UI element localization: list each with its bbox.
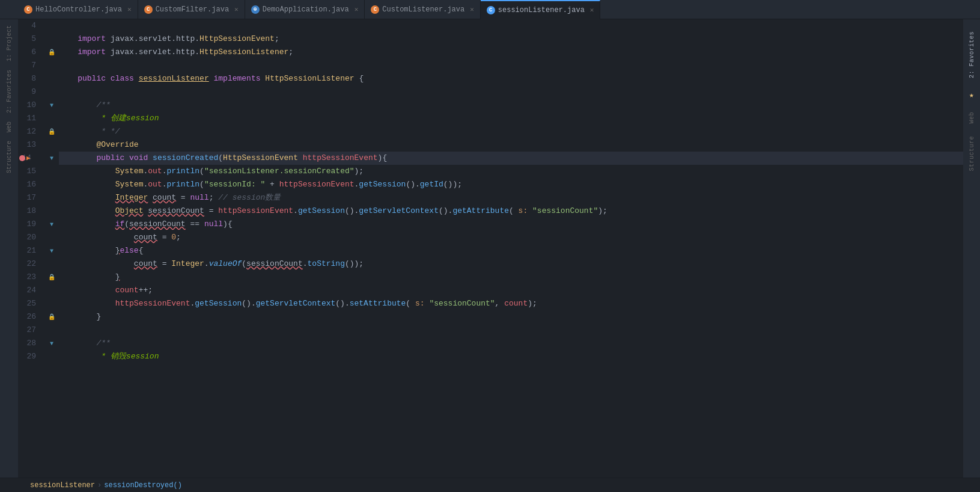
- right-sidebar: 2: Favorites ★ Web Structure: [963, 19, 980, 478]
- line-19: 19: [18, 218, 41, 231]
- line-23: 23: [18, 271, 41, 284]
- code-line-8: public class sessionListener implements …: [59, 72, 963, 85]
- fold-20: [47, 231, 56, 244]
- code-line-24: count++;: [59, 284, 963, 297]
- line-26: 26: [18, 310, 41, 324]
- tab-listener[interactable]: C CustomListener.java ✕: [365, 0, 480, 19]
- line-6: 6: [18, 46, 41, 59]
- fold-10[interactable]: ▼: [47, 99, 56, 112]
- fold-11: [47, 112, 56, 125]
- fold-17: [47, 191, 56, 204]
- breadcrumb-class[interactable]: sessionListener: [30, 481, 95, 490]
- fold-12[interactable]: 🔒: [47, 125, 56, 138]
- fold-25: [47, 297, 56, 310]
- line-27: 27: [18, 324, 41, 337]
- line-9: 9: [18, 85, 41, 99]
- fold-9: [47, 85, 56, 99]
- fold-18: [47, 204, 56, 218]
- fold-5: [47, 32, 56, 46]
- line-11: 11: [18, 112, 41, 125]
- sidebar-structure[interactable]: Structure: [5, 137, 14, 177]
- line-18: 18: [18, 204, 41, 218]
- code-line-19: if(sessionCount == null){: [59, 218, 963, 231]
- code-line-12: * */: [59, 125, 963, 138]
- code-line-4: [59, 19, 963, 32]
- code-line-21: }else{: [59, 244, 963, 257]
- tab-close-session[interactable]: ✕: [590, 6, 594, 14]
- tab-filter[interactable]: C CustomFilter.java ✕: [138, 0, 245, 19]
- right-label-favorites[interactable]: 2: Favorites: [969, 31, 975, 78]
- line-16: 16: [18, 178, 41, 191]
- tab-icon-session: C: [487, 6, 495, 14]
- line-numbers: 4 5 6 7 8 9 10 11 12 13 ▶ 14 15 16 17 18…: [18, 19, 47, 478]
- breadcrumb-method[interactable]: sessionDestroyed(): [104, 481, 182, 490]
- tab-session[interactable]: C sessionListener.java ✕: [481, 0, 601, 19]
- arrow-icon-14: ▶: [26, 152, 31, 165]
- fold-24: [47, 284, 56, 297]
- tab-demo[interactable]: ⊕ DemoApplication.java ✕: [245, 0, 365, 19]
- line-21: 21: [18, 244, 41, 257]
- code-line-20: count = 0;: [59, 231, 963, 244]
- fold-23[interactable]: 🔒: [47, 271, 56, 284]
- fold-13: [47, 138, 56, 152]
- line-10: 10: [18, 99, 41, 112]
- sidebar-web[interactable]: Web: [5, 118, 14, 136]
- fold-19[interactable]: ▼: [47, 218, 56, 231]
- code-line-5: import javax.servlet.http.HttpSessionEve…: [59, 32, 963, 46]
- sidebar-project[interactable]: 1: Project: [5, 22, 14, 65]
- code-line-27: [59, 324, 963, 337]
- fold-6[interactable]: 🔒: [47, 46, 56, 59]
- code-line-6: import javax.servlet.http.HttpSessionLis…: [59, 46, 963, 59]
- tab-close-listener[interactable]: ✕: [470, 5, 474, 13]
- line-7: 7: [18, 59, 41, 72]
- tab-close-hello[interactable]: ✕: [127, 5, 132, 13]
- code-line-18: Object sessionCount = httpSessionEvent.g…: [59, 204, 963, 218]
- line-8: 8: [18, 72, 41, 85]
- line-5: 5: [18, 32, 41, 46]
- code-line-25: httpSessionEvent.getSession().getServlet…: [59, 297, 963, 310]
- code-line-26: }: [59, 310, 963, 324]
- fold-21[interactable]: ▼: [47, 244, 56, 257]
- line-22: 22: [18, 257, 41, 271]
- tab-close-demo[interactable]: ✕: [355, 5, 359, 13]
- tab-icon-listener: C: [371, 5, 379, 14]
- breadcrumb-bar: sessionListener › sessionDestroyed(): [0, 478, 980, 492]
- fold-8: [47, 72, 56, 85]
- line-20: 20: [18, 231, 41, 244]
- tab-icon-hello: C: [24, 5, 32, 14]
- fold-gutter: 🔒 ▼ 🔒 ▼ ▼ ▼ 🔒 🔒 ▼: [47, 19, 56, 478]
- code-line-7: [59, 59, 963, 72]
- fold-4: [47, 19, 56, 32]
- tab-label-session: sessionListener.java: [498, 6, 585, 14]
- code-line-17: Integer count = null; // session数量: [59, 191, 963, 204]
- code-line-15: System.out.println("sessionListener.sess…: [59, 165, 963, 178]
- tab-hello[interactable]: C HelloController.java ✕: [18, 0, 138, 19]
- line-25: 25: [18, 297, 41, 310]
- line-12: 12: [18, 125, 41, 138]
- sidebar-favorites[interactable]: 2: Favorites: [5, 66, 14, 117]
- left-sidebar: 1: Project 2: Favorites Web Structure: [0, 19, 18, 478]
- fold-16: [47, 178, 56, 191]
- tab-label-listener: CustomListener.java: [382, 5, 464, 14]
- fold-28[interactable]: ▼: [47, 337, 56, 350]
- code-line-13: @Override: [59, 138, 963, 152]
- tab-close-filter[interactable]: ✕: [234, 5, 239, 13]
- code-line-11: * 创建session: [59, 112, 963, 125]
- code-line-9: [59, 85, 963, 99]
- line-13: 13: [18, 138, 41, 152]
- right-label-web[interactable]: Web: [969, 112, 975, 124]
- right-label-structure[interactable]: Structure: [969, 136, 975, 171]
- fold-27: [47, 324, 56, 337]
- code-line-10: /**: [59, 99, 963, 112]
- code-content[interactable]: import javax.servlet.http.HttpSessionEve…: [56, 19, 963, 478]
- tab-icon-filter: C: [144, 5, 153, 14]
- fold-14[interactable]: ▼: [47, 152, 56, 165]
- line-29: 29: [18, 350, 41, 363]
- fold-15: [47, 165, 56, 178]
- line-17: 17: [18, 191, 41, 204]
- line-4: 4: [18, 19, 41, 32]
- tab-label-hello: HelloController.java: [35, 5, 122, 14]
- tab-label-filter: CustomFilter.java: [156, 5, 229, 14]
- line-24: 24: [18, 284, 41, 297]
- fold-26[interactable]: 🔒: [47, 310, 56, 324]
